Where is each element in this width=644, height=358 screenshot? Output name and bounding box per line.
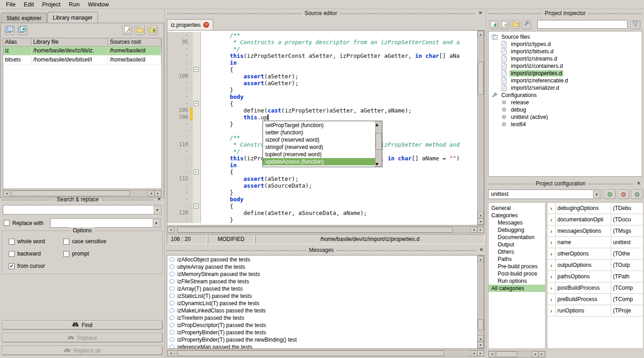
category-others[interactable]: Others xyxy=(489,248,545,256)
replace-all-button[interactable]: Replace all xyxy=(2,346,163,355)
scrollbar-track[interactable] xyxy=(174,350,470,356)
scroll-left-arrow[interactable]: ◂ xyxy=(167,227,174,233)
property-name[interactable]: messagesOptions xyxy=(556,225,611,236)
property-value[interactable]: (TComp xyxy=(611,294,643,305)
messages-hscrollbar[interactable]: ◂ ◂ ▸ xyxy=(167,350,484,357)
property-value[interactable]: (TOthe xyxy=(611,248,643,259)
scroll-up-arrow[interactable]: ▴ xyxy=(478,256,484,262)
completion-item[interactable]: setter (function) xyxy=(263,129,375,136)
scrollbar-thumb[interactable] xyxy=(496,351,517,357)
completion-item[interactable]: setPropTarget (function) xyxy=(263,122,375,129)
scroll-left-arrow[interactable]: ◂ xyxy=(531,351,538,357)
scrollbar-track[interactable] xyxy=(478,37,484,212)
tree-item-import-iz-streams-d[interactable]: import/iz/streams.d xyxy=(489,55,642,62)
scrollbar-track[interactable] xyxy=(174,227,470,233)
scrollbar-track[interactable] xyxy=(478,262,484,335)
add-library-folder-button[interactable] xyxy=(148,25,158,35)
table-row[interactable]: bitsets/home/basile/dev/bitset/l/home/ba… xyxy=(3,56,161,65)
message-item[interactable]: ubyteArray passed the tests xyxy=(169,263,477,271)
column-header-library-file[interactable]: Library file xyxy=(31,38,108,46)
scroll-right-arrow[interactable]: ▸ xyxy=(538,351,545,357)
close-source-editor-button[interactable]: × xyxy=(477,10,484,16)
tree-item-import-iz-types-d[interactable]: import/iz/types.d xyxy=(489,41,642,48)
code-text[interactable]: body xyxy=(201,196,477,203)
code-text[interactable]: * Constructs a property descriptor from … xyxy=(201,39,477,46)
scrollbar-track[interactable] xyxy=(495,351,531,357)
replace-with-checkbox[interactable] xyxy=(4,220,10,226)
property-value[interactable]: (TMsgs xyxy=(611,225,643,236)
property-name[interactable]: outputOptions xyxy=(556,260,611,271)
completion-item[interactable]: tupleof (reserved word) xyxy=(263,151,375,158)
category-paths[interactable]: Paths xyxy=(489,256,545,263)
clone-config-button[interactable]: ⚙ xyxy=(631,189,643,199)
tree-item-release[interactable]: ⚙release xyxy=(489,99,642,106)
scroll-left-arrow[interactable]: ◂ xyxy=(470,227,477,233)
code-text[interactable]: this(izPropSetterConst aSetter, izPropGe… xyxy=(201,52,477,59)
message-item[interactable]: izArray(T) passed the tests xyxy=(169,285,477,292)
property-name[interactable]: runOptions xyxy=(556,305,611,316)
menu-project[interactable]: Project xyxy=(38,0,64,9)
remove-config-button[interactable]: ⚙ xyxy=(618,189,629,199)
scroll-left-arrow[interactable]: ◂ xyxy=(470,350,477,356)
close-messages-button[interactable]: × xyxy=(478,247,484,253)
scroll-up-arrow[interactable]: ▴ xyxy=(478,335,484,342)
category-debugging[interactable]: Debugging xyxy=(489,226,545,234)
code-text[interactable]: this.up xyxy=(201,114,477,121)
message-item[interactable]: izStaticList(T) passed the tests xyxy=(169,292,477,300)
tree-item-import-iz-serializer-d[interactable]: import/iz/serializer.d xyxy=(489,84,642,92)
scrollbar-thumb[interactable] xyxy=(177,350,444,356)
scroll-left-arrow[interactable]: ◂ xyxy=(489,351,495,357)
property-value[interactable]: unittest xyxy=(611,237,643,248)
scroll-up-arrow[interactable]: ▴ xyxy=(478,31,484,37)
expand-row-icon[interactable]: › xyxy=(547,225,556,236)
column-header-alias[interactable]: Alias xyxy=(3,38,31,46)
tree-item-import-iz-referencable-d[interactable]: import/iz/referencable.d xyxy=(489,77,642,84)
property-name[interactable]: pathsOptions xyxy=(556,271,611,282)
category-documentation[interactable]: Documentation xyxy=(489,234,545,241)
code-text[interactable]: */ xyxy=(201,46,477,52)
property-value[interactable]: (TOutp xyxy=(611,260,643,271)
code-text[interactable]: assert(aSetter); xyxy=(201,175,477,182)
category-categories[interactable]: Categories xyxy=(489,212,545,219)
column-header-sources-root[interactable]: Sources root xyxy=(108,38,161,46)
expand-row-icon[interactable]: › xyxy=(547,282,556,293)
tab-iz-properties[interactable]: iz.properties × xyxy=(167,19,213,30)
case-sensitive-checkbox[interactable] xyxy=(63,239,69,245)
scrollbar-thumb[interactable] xyxy=(177,227,453,233)
tree-item-import-iz-containers-d[interactable]: import/iz/containers.d xyxy=(489,62,642,70)
chevron-down-icon[interactable]: ▾ xyxy=(593,190,600,198)
editor-vscrollbar[interactable]: ▴ ▴ ▾ xyxy=(477,31,484,225)
inspector-filter-input[interactable] xyxy=(537,20,628,29)
expand-row-icon[interactable]: › xyxy=(547,305,556,316)
message-item[interactable]: izTreeItem passed the tests xyxy=(169,314,477,322)
code-text[interactable]: in xyxy=(201,59,477,66)
messages-vscrollbar[interactable]: ▴ ▴ ▾ xyxy=(477,256,484,348)
scrollbar-thumb[interactable] xyxy=(376,133,382,150)
prompt-checkbox[interactable] xyxy=(63,251,69,257)
property-name[interactable]: postBuildProcess xyxy=(556,282,611,293)
message-item[interactable]: izPropDescriptor(T) passed the tests xyxy=(169,322,477,329)
property-value[interactable]: (TProje xyxy=(611,305,643,316)
category-run-options[interactable]: Run options xyxy=(489,277,545,285)
completion-item[interactable]: stringof (reserved word) xyxy=(263,143,375,151)
fold-icon[interactable]: − xyxy=(194,204,199,209)
message-item[interactable]: izPropertyBinder(T) passed the tests xyxy=(169,329,477,336)
tree-item-import-iz-bitsets-d[interactable]: import/iz/bitsets.d xyxy=(489,48,642,55)
scroll-left-arrow[interactable]: ◂ xyxy=(167,350,174,356)
expand-row-icon[interactable]: › xyxy=(547,237,556,248)
property-name[interactable]: otherOptions xyxy=(556,248,611,259)
code-text[interactable]: assert(aSourceData); xyxy=(201,182,477,189)
expand-row-icon[interactable]: › xyxy=(547,271,556,282)
code-text[interactable]: { xyxy=(201,66,477,73)
tree-item-unittest-active[interactable]: ⚙unittest (active) xyxy=(489,113,642,121)
property-name[interactable]: name xyxy=(556,237,611,248)
fold-icon[interactable]: − xyxy=(194,101,199,106)
message-item[interactable]: izMakeLinkedClass passed the tests xyxy=(169,307,477,314)
tree-item-configurations[interactable]: Configurations xyxy=(489,92,642,99)
backward-checkbox[interactable] xyxy=(9,251,15,257)
filter-button[interactable] xyxy=(630,20,640,29)
property-name[interactable]: debugingOptions xyxy=(556,203,611,214)
code-text[interactable]: } xyxy=(201,87,477,93)
code-text[interactable]: assert(aSetter); xyxy=(201,73,477,80)
property-value[interactable]: (TComp xyxy=(611,282,643,293)
